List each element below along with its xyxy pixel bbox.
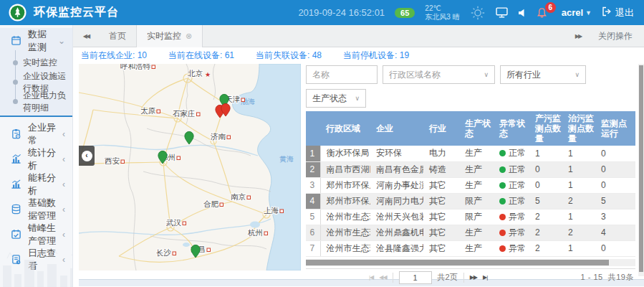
user-menu[interactable]: acrel ▼ xyxy=(562,7,592,18)
last-page-button[interactable]: ▶| xyxy=(483,274,487,281)
chevron-collapsed-icon: ‹ xyxy=(62,230,65,240)
city-label: 长沙 xyxy=(156,248,172,257)
production-status-select[interactable]: 生产状态 ∨ xyxy=(306,89,366,108)
city-label: 呼和浩特 xyxy=(120,64,151,70)
produce-points-cell: 2 xyxy=(529,225,562,240)
sidebar-item-label: 能耗分析 xyxy=(28,171,56,197)
city-marker-icon xyxy=(157,110,160,113)
bell-icon[interactable]: 6 xyxy=(537,7,547,19)
sidebar-item[interactable]: 错峰生产管理‹ xyxy=(0,222,72,247)
sidebar-subitem[interactable]: 企业电力负荷明细 xyxy=(0,92,72,111)
sidebar-item[interactable]: 企业异常‹ xyxy=(0,121,72,146)
industry-cell: 其它 xyxy=(423,193,459,209)
column-header: 企业 xyxy=(370,111,423,146)
table-row[interactable]: 7沧州市生态环保局沧县隆鑫强力加气其它生产异常210 xyxy=(306,240,635,256)
scroll-tabs-left-icon[interactable]: ◀◀ xyxy=(73,33,99,39)
prev-page-button[interactable]: ◀◀ xyxy=(379,274,386,281)
tab-active[interactable]: 实时监控⊗ xyxy=(136,25,203,47)
table-row[interactable]: 1衡水环保局安环保电力生产正常110 xyxy=(306,146,635,161)
produce-points-cell: 2 xyxy=(529,240,562,256)
status-dot-icon xyxy=(499,166,506,173)
treat-points-cell: 2 xyxy=(562,193,595,209)
bar-chart-icon xyxy=(11,154,21,164)
city-marker-icon xyxy=(247,196,251,199)
close-icon[interactable]: ⊗ xyxy=(186,32,192,41)
map[interactable]: 渤海黄海呼和浩特北京★天津太原石家庄济南西安郑州南京合肥上海武汉杭州长沙南昌 ‹ xyxy=(79,64,301,270)
city-marker-icon xyxy=(280,210,284,213)
page-input[interactable] xyxy=(399,271,432,284)
treat-points-cell: 1 xyxy=(562,161,595,177)
production-status-cell: 生产 xyxy=(459,146,494,161)
table-row[interactable]: 3郑州市环保局河南办事处演示其它生产正常010 xyxy=(306,177,635,193)
sidebar-item[interactable]: 基础数据管理‹ xyxy=(0,197,72,222)
city-marker-icon xyxy=(241,98,245,102)
treat-points-cell: 1 xyxy=(562,146,595,161)
region-cell: 南昌市西湖区环保局 xyxy=(320,161,370,177)
running-points-cell: 0 xyxy=(595,240,635,256)
treat-points-cell: 1 xyxy=(562,209,595,225)
tab-list: 首页实时监控⊗ xyxy=(99,25,203,47)
close-operations-button[interactable]: 关闭操作 xyxy=(595,30,644,42)
company-cell: 南昌有色金属有限公司 xyxy=(370,161,423,177)
city-label: 北京 xyxy=(187,69,203,77)
clipboard-alert-icon xyxy=(11,128,21,139)
sidebar-item[interactable]: 数据监测⌄ xyxy=(0,28,72,53)
sidebar-item-label: 数据监测 xyxy=(28,28,52,54)
sun-icon xyxy=(470,5,486,21)
content-area: 当前在线企业: 10当前在线设备: 61当前失联设备: 48当前停机设备: 19 xyxy=(73,47,644,286)
industry-cell: 其它 xyxy=(423,209,459,225)
region-cell: 沧州市生态环保局 xyxy=(320,209,370,225)
vertical-scrollbar[interactable] xyxy=(638,64,644,276)
app-window: 环保监控云平台 2019-09-24 16:52:01 65 22℃ 东北风3 … xyxy=(0,0,644,287)
region-cell: 衡水环保局 xyxy=(320,146,370,161)
city-marker-icon xyxy=(220,203,224,207)
running-points-cell: 5 xyxy=(595,193,635,209)
chevron-down-icon: ∨ xyxy=(484,71,489,78)
tab-item[interactable]: 首页 xyxy=(99,25,136,47)
stat-item: 当前停机设备: 19 xyxy=(343,50,409,62)
industry-cell: 其它 xyxy=(423,240,459,256)
column-header: 生产状态 xyxy=(459,111,494,146)
map-lake xyxy=(250,222,260,228)
treat-points-cell: 1 xyxy=(562,177,595,193)
production-status-cell: 生产 xyxy=(459,177,494,193)
vertical-scrollbar-thumb[interactable] xyxy=(639,65,643,272)
sidebar-nav: 数据监测⌄实时监控企业设施运行数据企业电力负荷明细企业异常‹统计分析‹能耗分析‹… xyxy=(0,28,72,272)
stats-bar: 当前在线企业: 10当前在线设备: 61当前失联设备: 48当前停机设备: 19 xyxy=(79,47,644,64)
produce-points-cell: 2 xyxy=(529,209,562,225)
sidebar: 数据监测⌄实时监控企业设施运行数据企业电力负荷明细企业异常‹统计分析‹能耗分析‹… xyxy=(0,25,73,287)
next-page-button[interactable]: ▶▶ xyxy=(470,274,477,281)
abnormal-status-cell: 正常 xyxy=(494,146,529,161)
sidebar-item-label: 基础数据管理 xyxy=(28,197,56,222)
sidebar-item[interactable]: 能耗分析‹ xyxy=(0,171,72,197)
horizontal-scrollbar-thumb[interactable] xyxy=(306,260,609,265)
row-number: 3 xyxy=(306,177,320,193)
industry-select[interactable]: 所有行业 ∨ xyxy=(500,65,586,84)
speaker-icon[interactable] xyxy=(518,9,527,17)
monitor-icon[interactable] xyxy=(496,7,508,18)
table-row[interactable]: 2南昌市西湖区环保局南昌有色金属有限公司铸造生产正常010 xyxy=(306,161,635,177)
region-select[interactable]: 行政区域名称 ∨ xyxy=(383,65,495,84)
logout-button[interactable]: 退出 xyxy=(602,6,634,19)
company-cell: 河南办事处演示 xyxy=(370,177,423,193)
table-row[interactable]: 5沧州市生态环保局沧州天兴包装制品其它限产异常213 xyxy=(306,209,635,225)
map-collapse-button[interactable]: ‹ xyxy=(79,146,95,166)
scroll-tabs-right-icon[interactable]: ▶▶ xyxy=(565,33,591,39)
chevron-down-icon: ⌄ xyxy=(58,36,65,46)
region-cell: 沧州市生态环保局 xyxy=(320,225,370,240)
abnormal-status-cell: 异常 xyxy=(494,240,529,256)
produce-points-cell: 0 xyxy=(529,177,562,193)
calendar-check-icon xyxy=(11,229,21,240)
sidebar-item[interactable]: 统计分析‹ xyxy=(0,146,72,171)
production-status-cell: 生产 xyxy=(459,161,494,177)
table-row[interactable]: 4郑州市环保局河南同力电力设备其它限产正常525 xyxy=(306,193,635,209)
name-input[interactable] xyxy=(306,65,378,84)
company-cell: 沧县隆鑫强力加气 xyxy=(370,240,423,256)
company-cell: 安环保 xyxy=(370,146,423,161)
table-row[interactable]: 6沧州市生态环保局沧州鼎鑫机电设备其它生产异常224 xyxy=(306,225,635,240)
horizontal-scrollbar[interactable] xyxy=(306,259,635,266)
first-page-button[interactable]: |◀ xyxy=(369,274,373,281)
city-label: 济南 xyxy=(211,132,226,141)
industry-cell: 电力 xyxy=(423,146,459,161)
abnormal-status-cell: 异常 xyxy=(494,225,529,240)
